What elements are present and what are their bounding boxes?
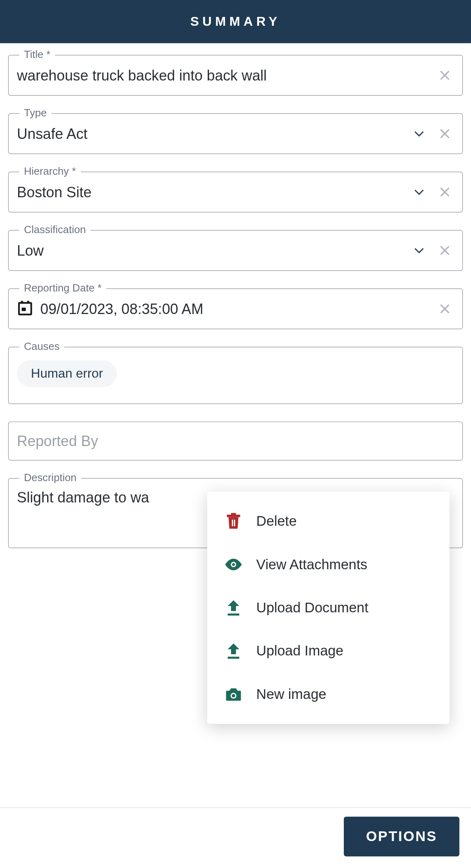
menu-item-upload-image[interactable]: Upload Image <box>207 629 450 672</box>
svg-rect-20 <box>228 614 240 616</box>
title-field: Title * <box>8 55 463 96</box>
reported-by-field <box>8 422 463 461</box>
bottom-divider <box>0 807 471 808</box>
clear-icon[interactable] <box>436 124 454 143</box>
svg-rect-21 <box>228 657 240 659</box>
clear-icon[interactable] <box>436 183 454 201</box>
menu-item-new-image[interactable]: New image <box>207 672 450 715</box>
svg-rect-9 <box>21 301 23 304</box>
cause-chip[interactable]: Human error <box>17 360 117 387</box>
type-field: Type Unsafe Act <box>8 113 463 154</box>
hierarchy-select[interactable]: Boston Site <box>17 184 410 200</box>
page-title: SUMMARY <box>190 14 281 29</box>
eye-icon <box>223 555 243 575</box>
menu-label-new-image: New image <box>256 686 326 703</box>
clear-icon[interactable] <box>436 300 454 318</box>
causes-field: Causes Human error <box>8 347 463 404</box>
upload-icon <box>223 641 243 661</box>
type-label: Type <box>19 107 52 119</box>
clear-icon[interactable] <box>436 241 454 260</box>
menu-label-upload-image: Upload Image <box>256 643 344 659</box>
svg-rect-15 <box>231 513 236 515</box>
reporting-date-input[interactable]: 09/01/2023, 08:35:00 AM <box>40 300 436 317</box>
menu-label-upload-document: Upload Document <box>256 599 369 616</box>
menu-label-view-attachments: View Attachments <box>256 556 368 573</box>
svg-point-19 <box>232 563 235 566</box>
type-select[interactable]: Unsafe Act <box>17 125 410 142</box>
reported-by-input[interactable] <box>17 432 454 449</box>
menu-label-delete: Delete <box>256 513 297 530</box>
chevron-down-icon[interactable] <box>410 183 428 201</box>
classification-label: Classification <box>19 223 91 236</box>
chevron-down-icon[interactable] <box>410 241 428 260</box>
trash-icon <box>223 511 243 531</box>
upload-icon <box>223 598 243 618</box>
svg-rect-17 <box>234 520 235 526</box>
calendar-icon[interactable] <box>17 300 33 318</box>
svg-rect-11 <box>22 308 26 311</box>
reporting-date-label: Reporting Date * <box>19 282 106 294</box>
title-input[interactable] <box>17 67 436 84</box>
svg-rect-16 <box>232 520 233 526</box>
menu-item-delete[interactable]: Delete <box>207 500 450 543</box>
chevron-down-icon[interactable] <box>410 124 428 143</box>
title-label: Title * <box>19 48 55 60</box>
classification-field: Classification Low <box>8 230 463 271</box>
clear-icon[interactable] <box>436 66 454 85</box>
menu-item-view-attachments[interactable]: View Attachments <box>207 543 450 586</box>
options-button[interactable]: OPTIONS <box>344 817 459 857</box>
page-header: SUMMARY <box>0 0 471 43</box>
causes-label: Causes <box>19 340 64 352</box>
hierarchy-label: Hierarchy * <box>19 165 81 177</box>
camera-icon <box>223 684 243 704</box>
options-menu: Delete View Attachments Upload Document … <box>207 492 450 724</box>
description-label: Description <box>19 472 81 484</box>
classification-select[interactable]: Low <box>17 242 410 259</box>
svg-point-23 <box>232 694 235 697</box>
reporting-date-field: Reporting Date * 09/01/2023, 08:35:00 AM <box>8 288 463 329</box>
hierarchy-field: Hierarchy * Boston Site <box>8 172 463 212</box>
menu-item-upload-document[interactable]: Upload Document <box>207 586 450 629</box>
svg-rect-10 <box>27 301 29 304</box>
